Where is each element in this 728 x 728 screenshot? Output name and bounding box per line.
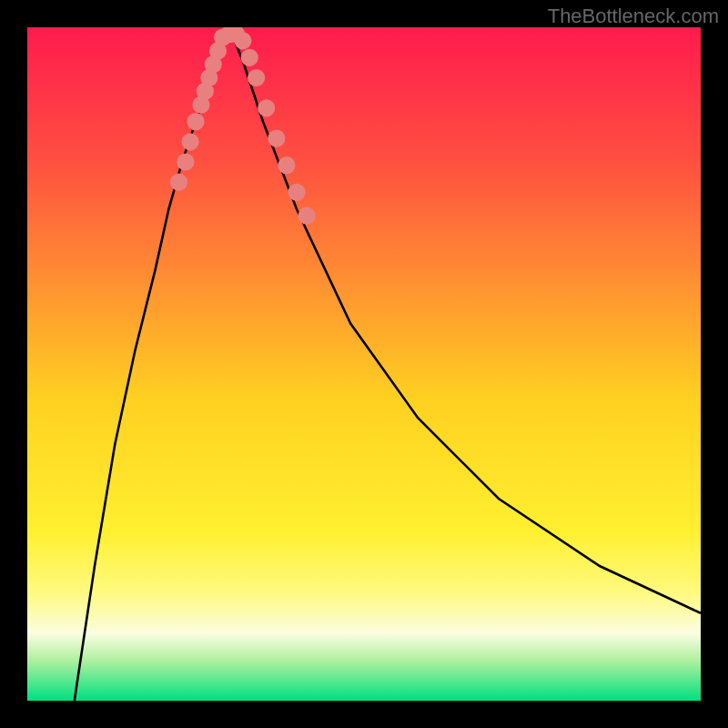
data-dot: [181, 133, 198, 150]
data-dot: [234, 32, 251, 49]
data-dot: [241, 49, 258, 66]
data-dot: [258, 99, 275, 116]
data-dot: [187, 113, 204, 130]
data-dot: [298, 207, 315, 225]
data-dot: [248, 69, 265, 86]
data-dot: [278, 157, 295, 174]
curve-right-curve: [229, 27, 701, 613]
curve-left-curve: [75, 27, 229, 701]
data-dot: [170, 174, 187, 191]
watermark-text: TheBottleneck.com: [548, 5, 719, 28]
chart-area: [27, 27, 701, 701]
data-dot: [268, 129, 285, 147]
chart-container: TheBottleneck.com: [0, 0, 728, 728]
curve-plot: [27, 27, 701, 701]
data-dot: [177, 153, 194, 170]
data-dot: [288, 184, 305, 201]
